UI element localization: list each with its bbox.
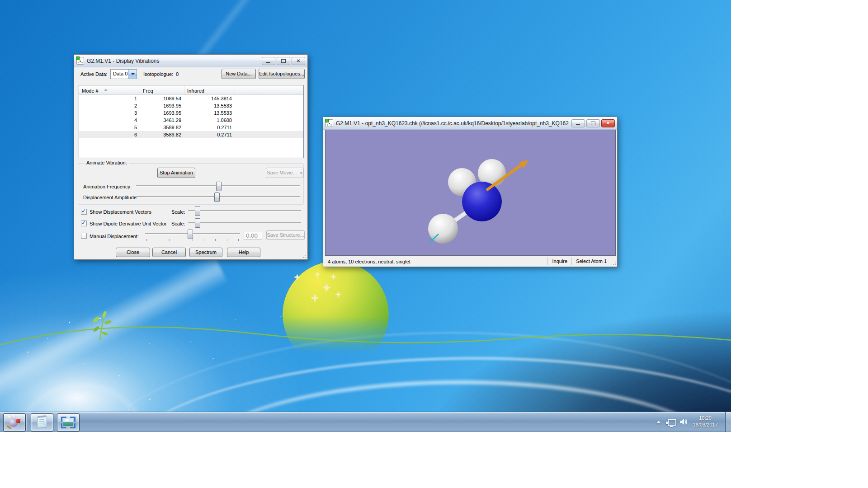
gaussview-document-icon [76, 57, 84, 65]
molecule-viewport[interactable] [325, 130, 616, 256]
column-header-freq[interactable]: Freq [140, 85, 184, 94]
display-vibrations-window: G2:M1:V1 - Display Vibrations ✕ Active D… [74, 54, 308, 260]
display-vibrations-titlebar[interactable]: G2:M1:V1 - Display Vibrations ✕ [74, 55, 307, 67]
tray-expand-icon[interactable] [656, 421, 661, 423]
table-row[interactable]: 2 1693.95 13.5533 [79, 102, 303, 109]
molecule-window-titlebar[interactable]: G2:M1:V1 - opt_nh3_KQ1623.chk (//icnas1.… [323, 117, 617, 130]
vibration-modes-table[interactable]: Mode # Freq Infrared 1 1089.54 145.3814 … [79, 85, 304, 158]
notepad-icon [36, 416, 48, 428]
manual-displacement-checkbox[interactable] [81, 233, 87, 239]
minimize-button[interactable] [262, 57, 275, 65]
bottom-margin [0, 432, 868, 488]
table-row[interactable]: 4 3461.29 1.0608 [79, 117, 303, 124]
cancel-button[interactable]: Cancel [152, 248, 186, 257]
new-data-button[interactable]: New Data... [222, 69, 256, 79]
select-atom-indicator[interactable]: Select Atom 1 [571, 258, 611, 265]
slider-thumb[interactable] [188, 230, 193, 239]
show-dipole-derivative-label: Show Dipole Derivative Unit Vector [90, 221, 167, 226]
close-icon: ✕ [292, 58, 305, 64]
sort-asc-icon [104, 89, 108, 91]
scale-label: Scale: [171, 221, 185, 226]
animation-frequency-slider[interactable] [136, 182, 300, 190]
taskbar: 10:20 16/03/2017 [0, 412, 731, 432]
show-displacement-vectors-checkbox[interactable] [81, 209, 87, 215]
table-row-selected[interactable]: 6 3589.82 0.2711 [79, 131, 303, 138]
maximize-icon [591, 122, 595, 125]
table-row[interactable]: 1 1089.54 145.3814 [79, 95, 303, 102]
slider-tick-marks [146, 239, 239, 241]
resize-grip[interactable] [301, 253, 306, 258]
slider-thumb[interactable] [195, 218, 200, 228]
active-data-value: Data 0 [111, 70, 128, 79]
close-icon: ✕ [602, 120, 614, 126]
isotopologue-value: 0 [176, 71, 179, 77]
animate-vibration-label: Animate Vibration: [85, 160, 129, 165]
save-movie-button[interactable]: Save Movie... ▼ [266, 168, 304, 178]
slider-thumb[interactable] [216, 182, 222, 191]
taskbar-button-imaging[interactable] [57, 413, 80, 432]
taskbar-button-notepad[interactable] [31, 413, 53, 432]
resize-grip[interactable] [611, 256, 617, 267]
displacement-amplitude-slider[interactable] [136, 192, 300, 201]
taskbar-clock[interactable]: 10:20 16/03/2017 [688, 415, 722, 428]
spectrum-button[interactable]: Spectrum [189, 248, 222, 257]
maximize-button[interactable] [586, 119, 600, 127]
slider-track [188, 210, 301, 211]
table-header[interactable]: Mode # Freq Infrared [79, 85, 303, 95]
show-dipole-derivative-checkbox[interactable] [81, 221, 87, 226]
column-header-infrared[interactable]: Infrared [184, 85, 235, 94]
volume-icon[interactable] [679, 418, 688, 426]
table-row[interactable]: 3 1693.95 13.5533 [79, 109, 303, 117]
minimize-icon [576, 124, 580, 125]
image-viewer-icon [61, 417, 75, 428]
displacement-amplitude-label: Displacement Amplitude: [83, 195, 138, 200]
column-header-mode[interactable]: Mode # [79, 85, 140, 94]
table-row[interactable]: 5 3589.82 0.2711 [79, 124, 303, 131]
slider-thumb[interactable] [214, 192, 220, 202]
isotopologue-label: Isotopologue: [143, 71, 173, 77]
window-title: G2:M1:V1 - opt_nh3_KQ1623.chk (//icnas1.… [336, 120, 569, 127]
taskbar-button-gaussview[interactable] [3, 413, 26, 432]
edit-isotopologues-button[interactable]: Edit Isotopologues... [259, 69, 305, 79]
maximize-icon [281, 59, 286, 63]
slider-thumb[interactable] [195, 206, 200, 216]
scale-label: Scale: [171, 209, 185, 215]
slider-track [188, 222, 301, 223]
displacement-vectors-scale-slider[interactable] [188, 206, 301, 215]
molecule-view-window: G2:M1:V1 - opt_nh3_KQ1623.chk (//icnas1.… [323, 117, 618, 267]
clock-time: 10:20 [688, 415, 722, 422]
dipole-derivative-scale-slider[interactable] [188, 218, 301, 227]
dialog-body: Active Data: Data 0 Isotopologue: 0 New … [74, 67, 307, 259]
nitrogen-atom[interactable] [462, 182, 502, 221]
close-dialog-button[interactable]: Close [116, 248, 150, 257]
window-title: G2:M1:V1 - Display Vibrations [87, 58, 259, 64]
combobox-dropdown-button[interactable] [128, 70, 137, 79]
clock-date: 16/03/2017 [688, 422, 722, 428]
help-button[interactable]: Help [227, 248, 260, 257]
show-desktop-button[interactable] [725, 412, 731, 432]
nh3-molecule-model [326, 130, 615, 255]
manual-displacement-label: Manual Displacement: [90, 234, 139, 239]
gaussview-document-icon [326, 119, 333, 127]
manual-displacement-slider[interactable] [145, 230, 240, 238]
minimize-button[interactable] [571, 119, 585, 127]
right-margin [731, 0, 868, 488]
stop-animation-button[interactable]: Stop Animation [157, 168, 195, 178]
desktop: G2:M1:V1 - Display Vibrations ✕ Active D… [0, 0, 731, 432]
active-data-label: Active Data: [80, 71, 107, 77]
network-icon[interactable] [668, 419, 676, 426]
gaussview-icon [7, 415, 22, 429]
show-displacement-vectors-label: Show Displacement Vectors [90, 209, 151, 215]
maximize-button[interactable] [277, 57, 290, 65]
manual-displacement-value-input[interactable] [244, 231, 262, 240]
close-button[interactable]: ✕ [292, 57, 305, 65]
inquire-mode-indicator[interactable]: Inquire [547, 258, 571, 265]
minimize-icon [266, 62, 270, 63]
active-data-combobox[interactable]: Data 0 [110, 69, 137, 79]
divider [78, 244, 303, 245]
animation-frequency-label: Animation Frequency: [83, 184, 132, 189]
chevron-down-icon: ▼ [299, 171, 303, 175]
close-button[interactable]: ✕ [601, 119, 615, 127]
chevron-down-icon [131, 73, 135, 75]
save-structure-button[interactable]: Save Structure... [266, 230, 305, 240]
